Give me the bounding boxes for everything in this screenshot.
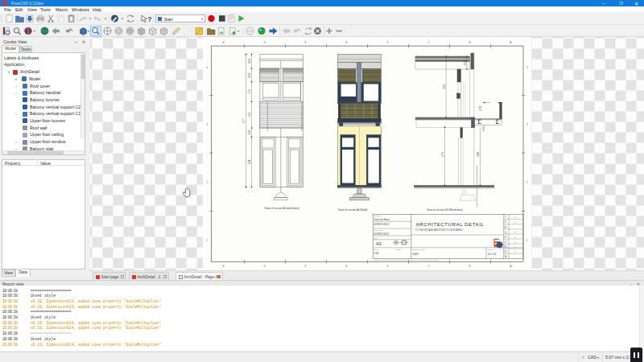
svg-text:D: D <box>386 41 388 44</box>
svg-text:2.48: 2.48 <box>248 159 251 164</box>
svg-text:P: P <box>505 236 506 239</box>
svg-text:N: N <box>505 245 506 249</box>
svg-text:Scale: Scale <box>374 249 379 250</box>
svg-text:0.52: 0.52 <box>248 130 251 134</box>
svg-text:Drawing licensed under Creativ: Drawing licensed under Creative Commons … <box>374 259 440 261</box>
svg-text:View of section A (Solid): View of section A (Solid) <box>338 208 367 212</box>
svg-text:H: H <box>222 265 224 268</box>
svg-text:0.52: 0.52 <box>248 72 251 77</box>
svg-text:0001: 0001 <box>413 253 419 256</box>
svg-text:View of section B (Wireframe): View of section B (Wireframe) <box>427 208 463 212</box>
svg-text:D: D <box>386 265 388 268</box>
svg-text:TO SHOWCASE ARCH SECTION PLANE: TO SHOWCASE ARCH SECTION PLANES <box>415 228 462 232</box>
svg-text:03 NOV 2013: 03 NOV 2013 <box>374 232 390 236</box>
svg-text:O: O <box>505 241 506 244</box>
svg-text:03 NOV 2013: 03 NOV 2013 <box>374 223 390 226</box>
svg-text:Q: Q <box>505 231 506 234</box>
svg-text:Drawing number: Drawing number <box>413 249 426 250</box>
svg-text:A: A <box>505 255 506 258</box>
svg-text:A: A <box>510 41 512 44</box>
svg-text:01 / 01: 01 / 01 <box>488 253 496 256</box>
svg-text:C: C <box>427 265 429 268</box>
svg-text:F: F <box>305 41 307 44</box>
svg-text:3.98: 3.98 <box>477 152 480 157</box>
svg-text:View of section A (wireframe): View of section A (wireframe) <box>264 207 299 210</box>
svg-text:0.50: 0.50 <box>248 59 251 64</box>
svg-text:E: E <box>346 41 348 44</box>
svg-text:?: ? <box>147 15 152 23</box>
svg-text:G: G <box>263 265 265 268</box>
svg-text:0.16: 0.16 <box>482 126 485 131</box>
svg-text:0.78: 0.78 <box>479 106 482 111</box>
svg-text:R: R <box>505 226 506 229</box>
svg-text:2.63: 2.63 <box>443 84 446 89</box>
svg-text:C: C <box>427 41 429 44</box>
svg-text:Checked by: Checked by <box>374 229 384 231</box>
svg-text:A3: A3 <box>376 241 382 246</box>
svg-text:Sheet: Sheet <box>488 249 493 250</box>
svg-text:B: B <box>469 265 471 268</box>
svg-text:ARCHITECTURAL DETAIL: ARCHITECTURAL DETAIL <box>416 221 485 227</box>
svg-text:0.52: 0.52 <box>464 60 467 65</box>
svg-text:Yorik van Havre: Yorik van Havre <box>374 218 390 221</box>
svg-text:4.76: 4.76 <box>441 152 444 157</box>
svg-text:G: G <box>263 41 265 44</box>
svg-text:S: S <box>505 220 506 224</box>
svg-text:F: F <box>305 265 307 268</box>
svg-text:6.77: 6.77 <box>242 118 246 123</box>
svg-text:Weight: Weight <box>395 249 401 250</box>
svg-text:A: A <box>510 265 512 268</box>
svg-text:1.15: 1.15 <box>248 112 251 117</box>
svg-text:H: H <box>222 41 224 44</box>
svg-text:E: E <box>346 265 348 268</box>
svg-text:Drawn by: Drawn by <box>374 215 382 216</box>
svg-text:1:40: 1:40 <box>374 252 379 255</box>
svg-text:B: B <box>469 41 471 44</box>
svg-text:1.75: 1.75 <box>248 89 251 94</box>
svg-text:B: B <box>505 250 506 253</box>
